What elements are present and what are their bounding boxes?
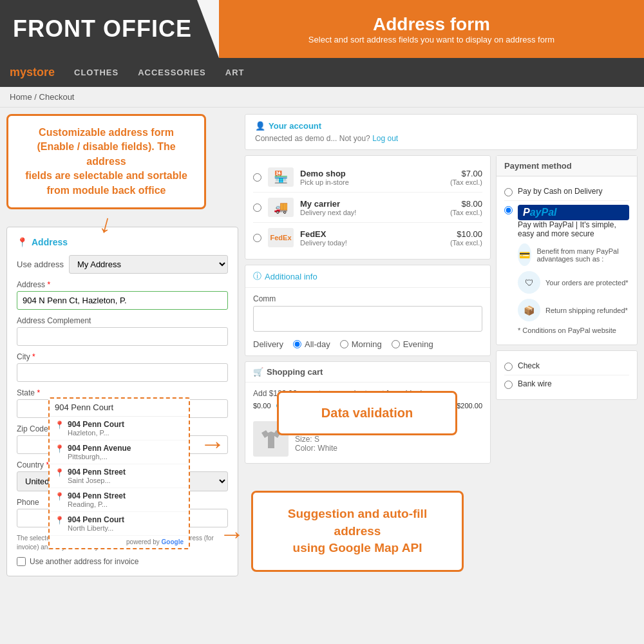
pin-icon-0: 📍 — [55, 421, 64, 430]
breadcrumb-home[interactable]: Home — [10, 92, 32, 102]
time-allday-radio[interactable] — [293, 340, 301, 348]
delivery-price-2: $10.00 (Tax excl.) — [450, 229, 482, 247]
time-allday-label: All-day — [293, 339, 330, 349]
paypal-selected-text: Pay with PayPal | It's simple, easy and … — [518, 220, 629, 238]
progress-start: $0.00 — [253, 402, 271, 410]
check-label: Check — [518, 361, 540, 370]
header: FRONT OFFICE Address form Select and sor… — [0, 0, 644, 58]
paypal-benefit-0: 💳 Benefit from many PayPal advantages su… — [518, 243, 629, 266]
paypal-benefits: 💳 Benefit from many PayPal advantages su… — [518, 243, 629, 334]
time-evening-radio[interactable] — [392, 340, 400, 348]
autocomplete-item-1[interactable]: 📍 904 Penn Avenue Pittsburgh,... — [50, 440, 189, 464]
your-account-section: 👤 Your account Connected as demo d... No… — [245, 114, 638, 150]
address-form-subtitle: Select and sort address fields you want … — [308, 35, 554, 44]
delivery-radio-0[interactable] — [253, 173, 261, 182]
payment-radio-1[interactable] — [504, 206, 513, 214]
use-address-label: Use address — [17, 260, 64, 269]
additional-info-body: Comm Delivery All-day Morning — [245, 288, 490, 355]
cart-item-color: Color: White — [295, 444, 406, 453]
address-label: Address * — [17, 280, 228, 289]
callout-customizable-text: Customizable address form(Enable / disab… — [25, 127, 187, 196]
progress-end: $200.00 — [457, 402, 482, 410]
additional-info-header: ⓘ Additional info — [245, 265, 490, 288]
address-form-title: Address form — [373, 14, 490, 35]
payment-section-body: Pay by Cash on Delivery PayPal Pay with … — [497, 176, 637, 345]
logout-link[interactable]: Log out — [372, 134, 398, 143]
paypal-benefit-icon-2: 📦 — [518, 299, 540, 321]
check-radio[interactable] — [504, 363, 513, 371]
state-label: State * — [17, 388, 228, 397]
wire-label: Bank wire — [518, 379, 552, 388]
use-address-select[interactable]: My Address — [69, 255, 228, 274]
comment-label: Comm — [253, 294, 482, 303]
delivery-option-0: 🏪 Demo shop Pick up in-store $7.00 (Tax … — [253, 162, 482, 193]
delivery-icon-0: 🏪 — [268, 167, 294, 187]
autocomplete-input-display[interactable]: 904 Penn Court — [50, 399, 189, 417]
callout-validation: Data validation — [277, 391, 457, 435]
wire-option: Bank wire — [504, 375, 629, 393]
check-option: Check — [504, 357, 629, 375]
delivery-icon-1: 🚚 — [268, 198, 294, 217]
autocomplete-item-0[interactable]: 📍 904 Penn Court Hazleton, P... — [50, 417, 189, 440]
city-field: City * — [17, 352, 228, 382]
google-arrow: → — [219, 520, 245, 549]
store-nav: mystore CLOTHES ACCESSORIES ART — [0, 58, 644, 87]
delivery-info-1: My carrier Delivery next day! — [300, 199, 444, 216]
address-field: Address * — [17, 280, 228, 310]
another-address-label: Use another address for invoice — [30, 557, 138, 566]
address-complement-field: Address Complement — [17, 316, 228, 346]
info-icon: ⓘ — [253, 270, 261, 282]
logo-store: store — [26, 66, 55, 79]
pin-icon-3: 📍 — [55, 492, 64, 501]
city-input[interactable] — [17, 363, 228, 382]
wire-radio[interactable] — [504, 381, 513, 389]
store-logo[interactable]: mystore — [10, 66, 55, 79]
payment-column: Payment method Pay by Cash on Delivery P… — [496, 155, 638, 644]
delivery-price-0: $7.00 (Tax excl.) — [450, 169, 482, 186]
additional-info-section: ⓘ Additional info Comm Delivery All-day — [245, 265, 491, 356]
logo-my: my — [10, 66, 26, 79]
autocomplete-item-3[interactable]: 📍 904 Penn Street Reading, P... — [50, 488, 189, 512]
pin-icon-2: 📍 — [55, 468, 64, 477]
delivery-radio-2[interactable] — [253, 234, 261, 242]
another-address-row: Use another address for invoice — [17, 557, 228, 566]
pin-icon-1: 📍 — [55, 444, 64, 453]
callout-google-text: Suggestion and auto-fill addressusing Go… — [288, 507, 427, 554]
account-icon: 👤 — [255, 121, 265, 131]
delivery-option-2: FedEx FedEX Delivery today! $10.00 (Tax … — [253, 223, 482, 252]
comment-input[interactable] — [253, 306, 482, 332]
breadcrumb-separator: / — [34, 92, 39, 102]
address-input[interactable] — [17, 291, 228, 310]
your-account-title: 👤 Your account — [255, 121, 627, 131]
payment-section: Payment method Pay by Cash on Delivery P… — [496, 155, 638, 345]
breadcrumb-current: Checkout — [39, 92, 75, 102]
address-form-title: 📍 Address — [17, 237, 228, 247]
delivery-info-0: Demo shop Pick up in-store — [300, 169, 444, 186]
time-morning-radio[interactable] — [340, 340, 348, 348]
paypal-benefit-icon-1: 🛡 — [518, 271, 540, 294]
nav-art[interactable]: ART — [225, 68, 245, 77]
payment-radio-0[interactable] — [504, 188, 513, 196]
time-evening-label: Evening — [392, 339, 433, 349]
front-office-title: FRONT OFFICE — [13, 15, 192, 43]
shopping-cart-header: 🛒 Shopping cart — [245, 362, 490, 383]
autocomplete-item-2[interactable]: 📍 904 Penn Street Saint Josep... — [50, 464, 189, 488]
address-complement-label: Address Complement — [17, 316, 228, 325]
another-address-checkbox[interactable] — [17, 557, 26, 566]
nav-clothes[interactable]: CLOTHES — [74, 68, 118, 77]
main-content: Customizable address form(Enable / disab… — [0, 108, 644, 644]
delivery-options: 🏪 Demo shop Pick up in-store $7.00 (Tax … — [245, 156, 490, 259]
address-icon: 📍 — [17, 237, 28, 247]
delivery-info-2: FedEX Delivery today! — [300, 229, 444, 247]
paypal-benefit-1: 🛡 Your orders are protected* — [518, 271, 629, 294]
payment-section-header: Payment method — [497, 156, 637, 176]
payment-option-0: Pay by Cash on Delivery — [504, 183, 629, 201]
callout-google: Suggestion and auto-fill addressusing Go… — [251, 491, 464, 572]
validation-arrow: → — [200, 430, 225, 459]
delivery-radio-1[interactable] — [253, 204, 261, 212]
other-payment-body: Check Bank wire — [497, 351, 637, 399]
nav-accessories[interactable]: ACCESSORIES — [138, 68, 206, 77]
account-connected-text: Connected as demo d... Not you? Log out — [255, 134, 627, 143]
autocomplete-item-4[interactable]: 📍 904 Penn Court North Liberty... — [50, 512, 189, 536]
address-complement-input[interactable] — [17, 327, 228, 346]
